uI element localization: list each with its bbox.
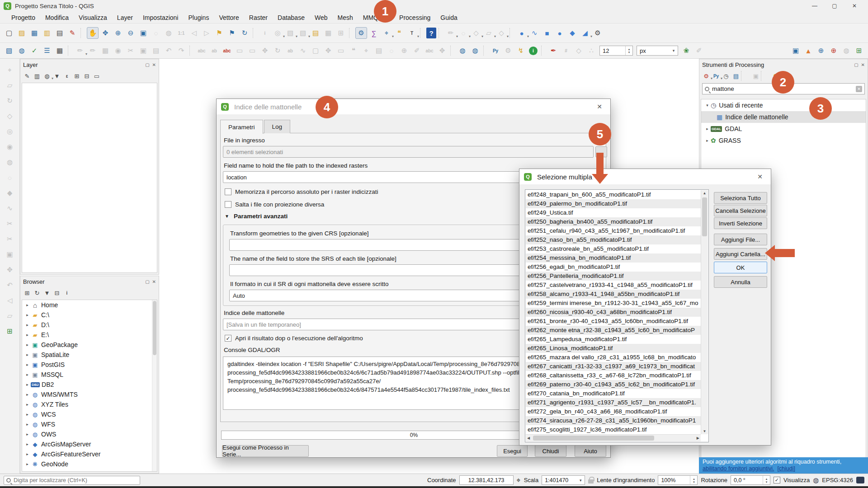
expand-caret-icon[interactable]: ▸ [24, 313, 31, 317]
magnifier-spinner[interactable]: 100%▴▾ [658, 475, 698, 485]
advanced-parameters-header[interactable]: ▼ Parametri avanzati [225, 213, 288, 220]
enable-properties-icon[interactable]: i [62, 288, 72, 298]
filter-by-expression-icon[interactable]: ε [62, 71, 72, 81]
new-print-layout-icon[interactable]: ▥ [41, 27, 53, 39]
zoom-to-layer-icon[interactable]: ◍ [163, 27, 175, 39]
expand-caret-icon[interactable]: ▸ [24, 442, 31, 446]
new-point-annotation-icon[interactable]: ● [516, 27, 528, 39]
file-list-item[interactable]: ef/f248_trapani_bn_600_a55_modificatoP1.… [526, 190, 701, 199]
save-edits-icon[interactable]: ▦ [99, 45, 111, 56]
annotation-options-icon[interactable]: ⚙ [592, 27, 604, 39]
geometry-checker-icon[interactable]: ◇ [573, 45, 585, 56]
new-rectangle-annotation-icon[interactable]: ■ [541, 27, 553, 39]
input-files-field[interactable]: 0 elementi selezionati [223, 146, 594, 158]
georeferencer-icon[interactable]: ⊞ [4, 325, 16, 337]
menu-mesh[interactable]: Mesh [333, 13, 358, 23]
raster-plant-icon[interactable]: ❀ [680, 45, 692, 56]
cut-features-icon[interactable]: ✂ [125, 45, 137, 56]
add-feature-icon[interactable]: ◉ [112, 45, 124, 56]
current-edits-icon[interactable]: ✏ [74, 45, 86, 56]
add-spatialite-layer-icon[interactable]: ◍ [16, 45, 28, 56]
processing-toolbox-icon[interactable]: ⚙ [355, 27, 367, 39]
menu-guida[interactable]: Guida [435, 13, 462, 23]
file-list-item[interactable]: ef/f272_gela_bn_r40_c43_a66_l68_modifica… [526, 407, 701, 416]
add-vector-layer-icon[interactable]: ✓ [28, 45, 40, 56]
add-circular-string-icon[interactable]: ◌ [458, 27, 469, 39]
layer-tree-empty[interactable] [22, 83, 157, 273]
file-list-item[interactable]: ef/f268_caltanissetta_r33_c_a67-68_lc72b… [526, 371, 701, 380]
vertex-editor-icon[interactable]: ▱ [4, 310, 16, 322]
font-unit-combo[interactable]: px ▾ [637, 46, 678, 56]
file-list-item[interactable]: ef/f253_castroreale_bn_a55_modificatoP1.… [526, 244, 701, 253]
simplify-feature-icon[interactable]: ◇ [4, 110, 16, 122]
locator-search[interactable] [4, 476, 140, 485]
tree-provider-grass[interactable]: ▸ ✿ GRASS [701, 135, 866, 146]
file-list-item[interactable]: ef/f249_Ustica.tif [526, 208, 701, 217]
expand-caret-icon[interactable]: ▸ [704, 127, 711, 131]
zoom-full-icon[interactable]: ▣ [137, 27, 149, 39]
processing-python-icon[interactable]: Py [711, 71, 721, 81]
trim-extend-icon[interactable]: ◁ [4, 295, 16, 306]
collapse-caret-icon[interactable]: ▾ [704, 103, 711, 108]
browser-item-arcgismapserver[interactable]: ▸ ◆ ArcGisMapServer [22, 439, 157, 449]
show-bookmarks-icon[interactable]: ⚑ [226, 27, 238, 39]
tree-provider-gdal[interactable]: ▸ GDAL GDAL [701, 123, 866, 135]
file-list-item[interactable]: ef/f267_canicatti_r31-32-33_c1937_a69_lc… [526, 362, 701, 371]
file-list-item[interactable]: ef/f274_siracusa_r26-27-28_c31_a55_lc196… [526, 416, 701, 425]
elevation-profile-icon[interactable]: ▲ [802, 45, 814, 56]
tree-group-recent[interactable]: ▾ ◷ Usati di recente [701, 99, 866, 111]
run-as-batch-button[interactable]: Esegui come Processo in Serie... [222, 445, 309, 457]
zoom-native-icon[interactable]: 1:1 [175, 27, 187, 39]
statistical-summary-icon[interactable]: ∑ [368, 27, 380, 39]
file-list-item[interactable]: ef/f258_alcamo_r1933-41_1948_a55bn_modif… [526, 290, 701, 299]
run-feature-action-icon[interactable]: ◎ [272, 27, 283, 39]
rotate-point-symbols-icon[interactable]: ↶ [4, 279, 16, 291]
deselect-features-icon[interactable]: ▧ [297, 27, 309, 39]
float-panel-icon[interactable]: ▢ [145, 62, 149, 67]
file-list-item[interactable]: ef/f251_cefalu_r940_c43_a55_lc1967_bn_mo… [526, 226, 701, 235]
float-panel-icon[interactable]: ▢ [854, 62, 858, 67]
highlight-pinned-labels-icon[interactable]: ▭ [246, 45, 258, 56]
open-project-icon[interactable]: ▨ [16, 27, 28, 39]
reshape-features-icon[interactable]: ∿ [4, 202, 16, 214]
file-list-item[interactable]: ef/f256_egadi_bn_modificatoP1.tif [526, 263, 701, 272]
menu-modifica[interactable]: Modifica [40, 13, 74, 23]
expand-caret-icon[interactable]: ▸ [24, 382, 31, 387]
redo-icon[interactable]: ↷ [175, 45, 187, 56]
style-manager-icon[interactable]: ✎ [66, 27, 78, 39]
crs-status[interactable]: EPSG:4326 [822, 477, 853, 483]
browser-item-db2[interactable]: ▸ DB2 DB2 [22, 380, 157, 389]
label-callout-icon[interactable]: ❝ [348, 45, 359, 56]
clear-search-icon[interactable]: ✕ [856, 86, 862, 92]
add-shape-icon[interactable]: ◇ [470, 27, 482, 39]
browser-item-wms-wmts[interactable]: ▸ ◍ WMS/WMTS [22, 389, 157, 399]
browser-item-e-drive[interactable]: ▸ ▰ E:\ [22, 330, 157, 340]
browser-item-d-drive[interactable]: ▸ ▰ D:\ [22, 320, 157, 330]
vertex-tool-icon[interactable]: ▱ [483, 27, 495, 39]
file-list-item[interactable]: ef/f254_messsina_bn_modificatoP1.tif [526, 253, 701, 263]
expand-all-icon[interactable]: ⊞ [72, 71, 82, 81]
zoom-to-selection-icon[interactable]: ◌ [150, 27, 162, 39]
select-features-icon[interactable]: ▧ [284, 27, 296, 39]
file-list-item[interactable]: ef/f271_agrigento_r1931_c1937_a55_lc57__… [526, 398, 701, 407]
label-move-icon[interactable]: ✥ [436, 45, 448, 56]
label-pen-icon[interactable]: ✐ [411, 45, 423, 56]
move-diagram-icon[interactable]: ✥ [322, 45, 334, 56]
spinner-arrows-icon[interactable]: ▴▾ [625, 46, 632, 55]
tree-item-indice-delle-mattonelle[interactable]: ▦ Indice delle mattonelle [701, 111, 866, 123]
add-group-icon[interactable]: ▥ [32, 71, 42, 81]
delete-ring-icon[interactable]: ◌ [4, 172, 16, 183]
attribute-table-icon[interactable]: ▦ [322, 27, 334, 39]
toggle-editing-icon[interactable]: ✏ [87, 45, 99, 56]
label-rect-icon[interactable]: ▤ [373, 45, 385, 56]
expand-caret-icon[interactable]: ▸ [24, 303, 31, 307]
new-map-view-icon[interactable]: ▣ [790, 45, 802, 56]
cancel-button[interactable]: Annulla [714, 276, 767, 288]
file-list-item[interactable]: ef/f275_scoglitti_1927_lc36_modificatoP1… [526, 425, 701, 434]
new-line-annotation-icon[interactable]: ∿ [528, 27, 540, 39]
expand-caret-icon[interactable]: ▸ [704, 138, 711, 143]
close-panel-icon[interactable]: ✕ [152, 279, 156, 284]
expand-caret-icon[interactable]: ▸ [24, 392, 31, 397]
browser-item-geonode[interactable]: ▸ ❋ GeoNode [22, 459, 157, 469]
browser-item-postgis[interactable]: ▸ ▣ PostGIS [22, 360, 157, 370]
